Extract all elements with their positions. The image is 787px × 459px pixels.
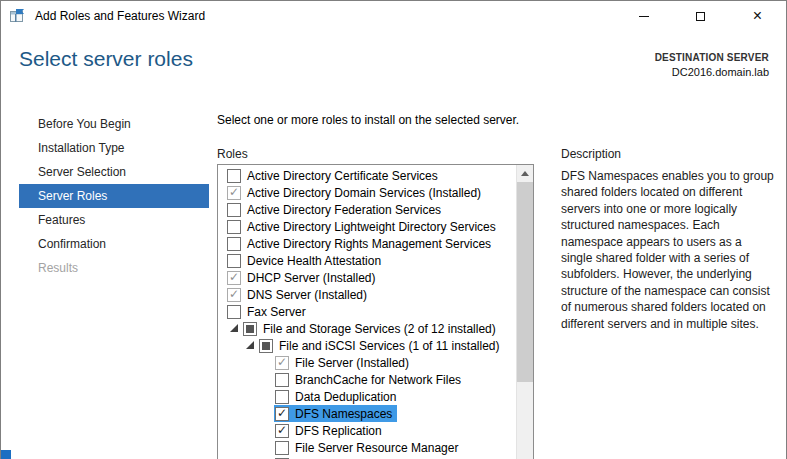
- role-item: Fax Server: [226, 303, 311, 320]
- role-checkbox[interactable]: [275, 424, 289, 438]
- close-icon: ×: [753, 8, 762, 24]
- role-row[interactable]: Active Directory Domain Services (Instal…: [218, 184, 516, 201]
- role-checkbox[interactable]: [227, 169, 241, 183]
- wizard-nav: Before You BeginInstallation TypeServer …: [19, 112, 209, 280]
- role-row[interactable]: File and iSCSI Services (1 of 11 install…: [218, 337, 516, 354]
- role-label: DNS Server (Installed): [247, 288, 367, 302]
- tree-indent: [258, 430, 274, 431]
- role-checkbox[interactable]: [275, 390, 289, 404]
- roles-listbox: Active Directory Certificate ServicesAct…: [217, 164, 534, 459]
- role-label: DFS Namespaces: [295, 407, 392, 421]
- role-item: Active Directory Certificate Services: [226, 167, 443, 184]
- role-checkbox[interactable]: [275, 356, 289, 370]
- scroll-up-icon: [521, 171, 529, 176]
- tree-indent: [226, 430, 242, 431]
- maximize-button[interactable]: [672, 1, 729, 31]
- role-checkbox[interactable]: [275, 407, 289, 421]
- roles-list: Active Directory Certificate ServicesAct…: [218, 165, 516, 459]
- tree-indent: [226, 413, 242, 414]
- sidebar-item-installation-type[interactable]: Installation Type: [19, 136, 209, 160]
- role-row[interactable]: Active Directory Certificate Services: [218, 167, 516, 184]
- role-row[interactable]: Data Deduplication: [218, 388, 516, 405]
- role-checkbox[interactable]: [227, 305, 241, 319]
- role-row[interactable]: DHCP Server (Installed): [218, 269, 516, 286]
- wizard-icon: [10, 8, 26, 24]
- role-row[interactable]: Active Directory Rights Management Servi…: [218, 235, 516, 252]
- role-row[interactable]: Device Health Attestation: [218, 252, 516, 269]
- role-checkbox[interactable]: [227, 271, 241, 285]
- scrollbar[interactable]: [516, 165, 533, 459]
- role-row[interactable]: Fax Server: [218, 303, 516, 320]
- role-label: File Server (Installed): [295, 356, 409, 370]
- sidebar-item-before-you-begin[interactable]: Before You Begin: [19, 112, 209, 136]
- destination-server-label: DESTINATION SERVER: [655, 52, 769, 63]
- tree-indent: [226, 396, 242, 397]
- role-checkbox[interactable]: [227, 203, 241, 217]
- tree-indent: [242, 430, 258, 431]
- role-label: Active Directory Certificate Services: [247, 169, 438, 183]
- maximize-icon: [696, 12, 705, 21]
- tree-indent: [258, 362, 274, 363]
- minimize-icon: [639, 16, 649, 17]
- role-checkbox[interactable]: [243, 322, 257, 336]
- sidebar-item-features[interactable]: Features: [19, 208, 209, 232]
- role-item: File Server Resource Manager: [274, 439, 463, 456]
- role-row[interactable]: BranchCache for Network Files: [218, 371, 516, 388]
- role-row[interactable]: File Server (Installed): [218, 354, 516, 371]
- description-heading: Description: [561, 147, 621, 161]
- close-button[interactable]: ×: [729, 1, 786, 31]
- tree-indent: [226, 447, 242, 448]
- role-row[interactable]: File and Storage Services (2 of 12 insta…: [218, 320, 516, 337]
- role-checkbox[interactable]: [227, 254, 241, 268]
- role-item: File and iSCSI Services (1 of 11 install…: [258, 337, 505, 354]
- scroll-thumb[interactable]: [517, 182, 533, 382]
- destination-server: DESTINATION SERVER DC2016.domain.lab: [655, 52, 769, 78]
- role-label: File and Storage Services (2 of 12 insta…: [263, 322, 496, 336]
- background-window-fragment: [1, 450, 11, 459]
- role-checkbox[interactable]: [227, 237, 241, 251]
- role-label: Data Deduplication: [295, 390, 396, 404]
- sidebar-item-server-roles[interactable]: Server Roles: [19, 184, 209, 208]
- titlebar[interactable]: Add Roles and Features Wizard ×: [1, 1, 786, 31]
- role-row[interactable]: DNS Server (Installed): [218, 286, 516, 303]
- role-row[interactable]: Active Directory Lightweight Directory S…: [218, 218, 516, 235]
- tree-indent: [242, 447, 258, 448]
- tree-expander-icon[interactable]: [226, 321, 242, 337]
- roles-heading: Roles: [217, 147, 248, 161]
- role-label: BranchCache for Network Files: [295, 373, 461, 387]
- role-checkbox[interactable]: [227, 186, 241, 200]
- scroll-up-button[interactable]: [517, 165, 533, 182]
- role-row[interactable]: File Server Resource Manager: [218, 439, 516, 456]
- destination-server-value: DC2016.domain.lab: [655, 66, 769, 78]
- tree-indent: [258, 447, 274, 448]
- sidebar-item-confirmation[interactable]: Confirmation: [19, 232, 209, 256]
- role-label: File and iSCSI Services (1 of 11 install…: [279, 339, 500, 353]
- role-checkbox[interactable]: [227, 220, 241, 234]
- role-item: DFS Namespaces: [274, 405, 397, 422]
- role-row[interactable]: DFS Namespaces: [218, 405, 516, 422]
- role-label: DHCP Server (Installed): [247, 271, 375, 285]
- minimize-button[interactable]: [615, 1, 672, 31]
- role-checkbox[interactable]: [275, 373, 289, 387]
- role-item: Active Directory Rights Management Servi…: [226, 235, 496, 252]
- sidebar-item-server-selection[interactable]: Server Selection: [19, 160, 209, 184]
- role-label: Active Directory Lightweight Directory S…: [247, 220, 496, 234]
- role-checkbox[interactable]: [227, 288, 241, 302]
- role-row[interactable]: Active Directory Federation Services: [218, 201, 516, 218]
- role-item: DNS Server (Installed): [226, 286, 372, 303]
- role-row[interactable]: DFS Replication: [218, 422, 516, 439]
- window-controls: ×: [615, 1, 786, 31]
- tree-indent: [226, 362, 242, 363]
- role-item: Data Deduplication: [274, 388, 401, 405]
- tree-indent: [226, 345, 242, 346]
- tree-indent: [242, 396, 258, 397]
- wizard-window: Add Roles and Features Wizard × Select s…: [0, 0, 787, 459]
- role-checkbox[interactable]: [275, 441, 289, 455]
- role-item: File and Storage Services (2 of 12 insta…: [242, 320, 501, 337]
- tree-expander-icon[interactable]: [242, 338, 258, 354]
- instruction-text: Select one or more roles to install on t…: [217, 113, 519, 127]
- role-item: Active Directory Lightweight Directory S…: [226, 218, 501, 235]
- role-checkbox[interactable]: [259, 339, 273, 353]
- tree-indent: [258, 396, 274, 397]
- description-text: DFS Namespaces enables you to group shar…: [561, 168, 775, 332]
